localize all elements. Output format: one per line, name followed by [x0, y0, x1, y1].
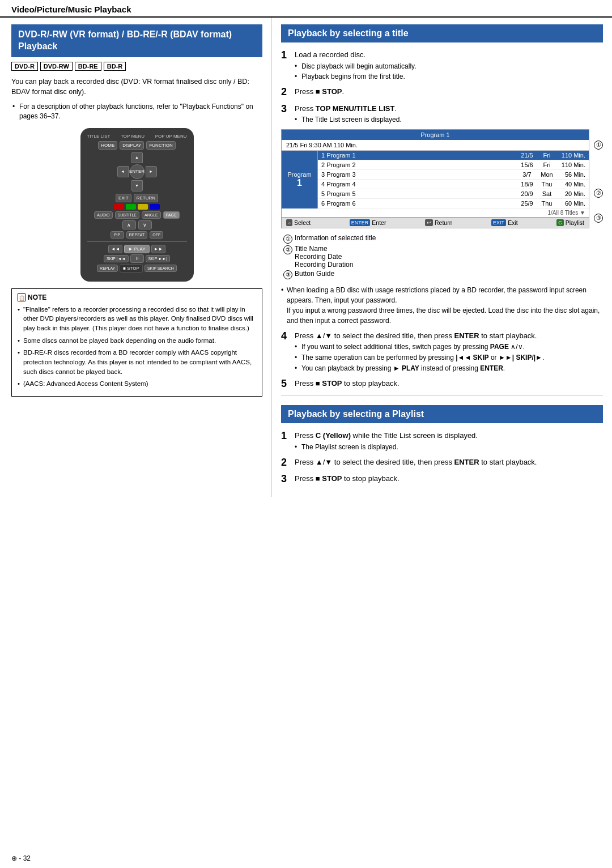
note-bullet-3: (AACS: Advanced Access Content System): [18, 379, 256, 389]
playlist-step-content-1: Press C (Yellow) while the Title List sc…: [295, 430, 603, 452]
step-num-3: 3: [281, 103, 290, 116]
steps-1-3: 1Load a recorded disc.Disc playback will…: [281, 49, 603, 125]
enter-icon: ENTER: [350, 219, 371, 226]
display-btn: DISPLAY: [120, 141, 144, 150]
step-text-2: Press ■ STOP.: [295, 86, 603, 97]
step-sub-4-2: You can playback by pressing ► PLAY inst…: [295, 364, 603, 373]
rev-btn: ◄◄: [108, 245, 123, 253]
badge-bd-r: BD-R: [104, 62, 126, 71]
tls-row-date-2: 3/7: [515, 171, 539, 178]
right-column: Playback by selecting a title 1Load a re…: [272, 18, 612, 497]
annotations-area: ① Information of selected title ② Title …: [281, 234, 603, 279]
page-btn: PAGE: [163, 211, 180, 219]
step-text-1: Load a recorded disc.: [295, 49, 603, 61]
pip-btn: PiP: [110, 231, 124, 239]
badge-dvd-r: DVD-R: [11, 62, 38, 71]
transport-row-3: REPLAY ■ STOP SKIP SEARCH: [87, 264, 187, 273]
note-title: 📋 NOTE: [18, 293, 256, 301]
header-title: Video/Picture/Music Playback: [11, 5, 131, 14]
exit-icon: EXIT: [491, 219, 506, 226]
tls-controls: ⬦ Select ENTER Enter ↩ Return EXIT Exit: [282, 217, 589, 228]
anno-1-label: Information of selected title: [295, 234, 376, 242]
section-divider: [281, 395, 603, 396]
title-list-screen: Program 1 21/5 Fri 9:30 AM 110 Min. Prog…: [281, 129, 589, 228]
note-bullet-1: Some discs cannot be played back dependi…: [18, 336, 256, 346]
tls-row-dur-0: 110 Min.: [555, 152, 585, 159]
page-arrows-row: ∧ ∨: [87, 220, 187, 229]
playlist-step-content-2: Press ▲/▼ to select the desired title, t…: [295, 457, 603, 469]
replay-btn: REPLAY: [97, 265, 118, 272]
return-icon: ↩: [425, 219, 433, 226]
playlist-step-2: 2Press ▲/▼ to select the desired title, …: [281, 457, 603, 469]
ctrl-return: ↩ Return: [425, 219, 453, 226]
tls-sidebar: Program 1: [282, 151, 318, 209]
step-num-2: 2: [281, 86, 290, 99]
step-5: 5Press ■ STOP to stop playback.: [281, 378, 603, 390]
pause-btn: ⏸: [130, 254, 144, 263]
dpad-down: ▼: [131, 180, 143, 192]
title-list-screen-wrapper: Program 1 21/5 Fri 9:30 AM 110 Min. Prog…: [281, 129, 603, 228]
audio-subtitle-row: AUDIO SUBTITLE ANGLE PAGE: [87, 211, 187, 219]
enter-label: Enter: [372, 219, 386, 226]
tls-row-date-1: 15/6: [515, 161, 539, 168]
enter-btn: ENTER: [130, 164, 144, 179]
note-bullet-0: "Finalise" refers to a recorder processi…: [18, 305, 256, 333]
skip-back-btn: SKIP |◄◄: [104, 255, 128, 262]
left-column: DVD-R/-RW (VR format) / BD-RE/-R (BDAV f…: [0, 18, 272, 497]
note-bullet-2: BD-RE/-R discs recorded from a BD record…: [18, 348, 256, 376]
color-buttons-row: [87, 204, 187, 210]
anno-2-marker: ②: [594, 189, 603, 198]
step-content-5: Press ■ STOP to stop playback.: [295, 378, 603, 390]
play-btn: ► PLAY: [124, 245, 149, 253]
badge-bd-re: BD-RE: [75, 62, 101, 71]
dpad-up: ▲: [131, 152, 143, 163]
blue-btn: [150, 204, 160, 210]
step-content-1: Load a recorded disc.Disc playback will …: [295, 49, 603, 82]
fwd-btn: ►►: [151, 245, 166, 253]
anno-1: ① Information of selected title: [283, 234, 603, 244]
tls-row-1: 2 Program 215/6Fri110 Min.: [318, 160, 589, 170]
step-3: 3Press TOP MENU/TITLE LIST.The Title Lis…: [281, 103, 603, 125]
tls-row-4: 5 Program 520/9Sat20 Min.: [318, 189, 589, 199]
tls-row-dur-2: 56 Min.: [555, 171, 585, 178]
step-content-2: Press ■ STOP.: [295, 86, 603, 99]
step-text-3: Press TOP MENU/TITLE LIST.: [295, 103, 603, 114]
green-btn: [126, 204, 136, 210]
dpad-left: ◄: [117, 166, 129, 177]
step-sub-3-0: The Title List screen is displayed.: [295, 115, 603, 125]
subtitle-btn: SUBTITLE: [115, 211, 139, 219]
step-4: 4Press ▲/▼ to select the desired title, …: [281, 330, 603, 373]
yellow-btn: [138, 204, 148, 210]
skip-fwd-btn: SKIP ►►|: [146, 255, 170, 262]
step-content-3: Press TOP MENU/TITLE LIST.The Title List…: [295, 103, 603, 125]
tls-row-0: 1 Program 121/5Fri110 Min.: [318, 151, 589, 160]
exit-label: Exit: [508, 219, 518, 226]
select-icon: ⬦: [286, 219, 292, 226]
playlist-step-1: 1Press C (Yellow) while the Title List s…: [281, 430, 603, 452]
bd-note-text: When loading a BD disc with usage restri…: [281, 285, 603, 326]
skip-search-btn: SKIP SEARCH: [144, 265, 177, 272]
tls-row-date-5: 25/9: [515, 200, 539, 207]
intro-bullet: For a description of other playback func…: [11, 102, 262, 121]
anno-3-num: ③: [283, 270, 292, 279]
note-box: 📋 NOTE "Finalise" refers to a recorder p…: [11, 288, 262, 397]
tls-row-day-1: Fri: [539, 161, 555, 168]
stop-btn: ■ STOP: [120, 264, 143, 273]
remote-control: TITLE LIST TOP MENU POP UP MENU HOME DIS…: [80, 128, 194, 282]
return-label: Return: [435, 219, 453, 226]
step-1: 1Load a recorded disc.Disc playback will…: [281, 49, 603, 82]
sidebar-num: 1: [297, 178, 302, 188]
page-header: Video/Picture/Music Playback: [0, 0, 612, 18]
select-label: Select: [294, 219, 311, 226]
playlist-section: Playback by selecting a Playlist 1Press …: [281, 405, 603, 485]
tls-body: Program 1 1 Program 121/5Fri110 Min.2 Pr…: [282, 151, 589, 209]
step-num-1: 1: [281, 49, 290, 62]
footer-page: - 32: [19, 854, 31, 862]
playlist-step-text-3: Press ■ STOP to stop playback.: [295, 473, 603, 484]
ctrl-enter: ENTER Enter: [350, 219, 386, 226]
ctrl-playlist: C Playlist: [556, 219, 584, 226]
tls-row-2: 3 Program 33/7Mon56 Min.: [318, 170, 589, 180]
footer-circle: ⊕: [11, 854, 17, 862]
ctrl-select: ⬦ Select: [286, 219, 311, 226]
playlist-step-num-2: 2: [281, 457, 290, 469]
